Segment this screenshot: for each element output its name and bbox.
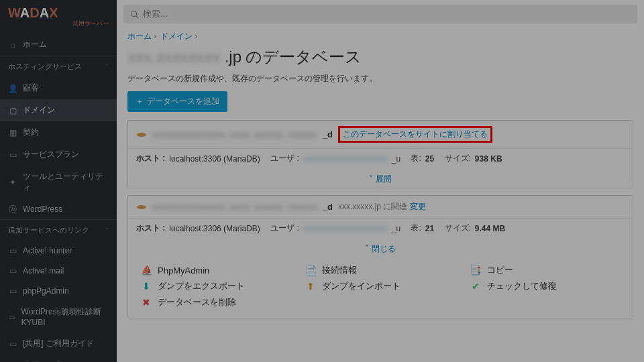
search-input[interactable]: 検索...: [123, 5, 637, 23]
sidebar: WADAX 共用サーバー ⌂ホーム ホスティングサービス˄ 👤顧客 ▢ドメイン …: [0, 0, 117, 362]
delete-icon: ✖: [140, 296, 152, 308]
sidebar-section-hosting[interactable]: ホスティングサービス˄: [0, 56, 117, 77]
svg-line-1: [136, 15, 138, 17]
sidebar-item-contract[interactable]: ▦契約: [0, 121, 117, 143]
tool-phpmyadmin[interactable]: ⛵PhpMyAdmin: [140, 264, 291, 276]
plus-icon: ＋: [136, 96, 144, 107]
sidebar-item-plan[interactable]: ▭サービスプラン: [0, 143, 117, 166]
breadcrumb: ホーム› ドメイン›: [117, 28, 644, 45]
wordpress-icon: ⓦ: [8, 204, 17, 214]
collapse-link[interactable]: ˄ 閉じる: [128, 241, 633, 257]
page-title: xxx.xxxxxxxx.jp のデータベース: [117, 45, 644, 73]
expand-link[interactable]: ˅ 展開: [128, 171, 633, 188]
export-icon: ⬇: [140, 280, 152, 292]
logo: WADAX 共用サーバー: [0, 0, 117, 34]
page-description: データベースの新規作成や、既存のデータベースの管理を行います。: [117, 73, 644, 91]
add-database-button[interactable]: ＋データベースを追加: [127, 91, 227, 112]
svg-point-2: [137, 133, 146, 137]
grid-icon: ▦: [8, 128, 17, 137]
sidebar-item-phppgadmin[interactable]: ▭phpPgAdmin: [0, 281, 117, 301]
svg-point-0: [131, 11, 137, 16]
database-icon: [136, 204, 147, 210]
tools-icon: ✦: [8, 178, 17, 187]
link-icon: ▭: [8, 286, 17, 296]
link-icon: ▭: [8, 246, 17, 255]
sidebar-item-tools[interactable]: ✦ツールとユーティリティ: [0, 166, 117, 199]
sidebar-item-wordpress[interactable]: ⓦWordPress: [0, 199, 117, 219]
tool-delete[interactable]: ✖データベースを削除: [140, 296, 291, 308]
main-content: 検索... ホーム› ドメイン› xxx.xxxxxxxx.jp のデータベース…: [117, 0, 644, 362]
sidebar-item-active-hunter[interactable]: ▭Active! hunter: [0, 241, 117, 261]
copy-icon: 📑: [470, 264, 482, 276]
sidebar-item-domain[interactable]: ▢ドメイン: [0, 99, 117, 121]
tool-import[interactable]: ⬆ダンプをインポート: [305, 280, 455, 292]
db-tools: ⛵PhpMyAdmin 📄接続情報 📑コピー ⬇ダンプをエクスポート ⬆ダンプを…: [128, 257, 633, 318]
tool-export[interactable]: ⬇ダンプをエクスポート: [140, 280, 291, 292]
phpmyadmin-icon: ⛵: [140, 264, 152, 276]
sidebar-item-active-mail[interactable]: ▭Active! mail: [0, 261, 117, 281]
sidebar-item-customers[interactable]: 👤顧客: [0, 77, 117, 99]
svg-point-3: [137, 205, 146, 209]
database-icon: [136, 131, 147, 138]
assign-to-site-link[interactable]: このデータベースをサイトに割り当てる: [343, 129, 488, 139]
link-icon: ▭: [8, 339, 17, 349]
crumb-home[interactable]: ホーム: [127, 32, 152, 41]
users-icon: 👤: [8, 84, 17, 93]
chevron-up-icon: ˄: [105, 64, 109, 70]
crumb-domain[interactable]: ドメイン: [160, 32, 193, 41]
check-icon: ✔: [470, 280, 482, 292]
book-icon: ▭: [8, 150, 17, 160]
sidebar-item-option-form[interactable]: ▭[共用] オプション・その他のご依頼フォーム: [0, 355, 117, 362]
sidebar-item-home[interactable]: ⌂ホーム: [0, 34, 117, 56]
sidebar-item-guide[interactable]: ▭[共用] ご利用ガイド: [0, 333, 117, 355]
chevron-up-icon: ˄: [105, 227, 109, 234]
search-icon: [130, 10, 139, 19]
database-card: xxxxxxxxxxxxxxx_xxxx_xxxxxx_xxxxxx_d このデ…: [127, 120, 633, 188]
link-icon: ▭: [8, 312, 16, 322]
sidebar-section-additional[interactable]: 追加サービスへのリンク˄: [0, 219, 117, 241]
assign-highlight: このデータベースをサイトに割り当てる: [338, 126, 492, 143]
import-icon: ⬆: [305, 280, 317, 292]
sidebar-item-kyubi[interactable]: ▭WordPress脆弱性診断 KYUBI: [0, 301, 117, 333]
tool-copy[interactable]: 📑コピー: [470, 264, 621, 276]
info-icon: 📄: [305, 264, 317, 276]
link-icon: ▭: [8, 266, 17, 276]
home-icon: ⌂: [8, 40, 17, 50]
tool-check[interactable]: ✔チェックして修復: [470, 280, 621, 292]
monitor-icon: ▢: [8, 106, 17, 115]
tool-conninfo[interactable]: 📄接続情報: [305, 264, 455, 276]
database-card: xxxxxxxxxxxxxxx_xxxx_xxxxxx_xxxxxx_d xxx…: [127, 195, 633, 318]
change-link[interactable]: 変更: [410, 202, 426, 211]
